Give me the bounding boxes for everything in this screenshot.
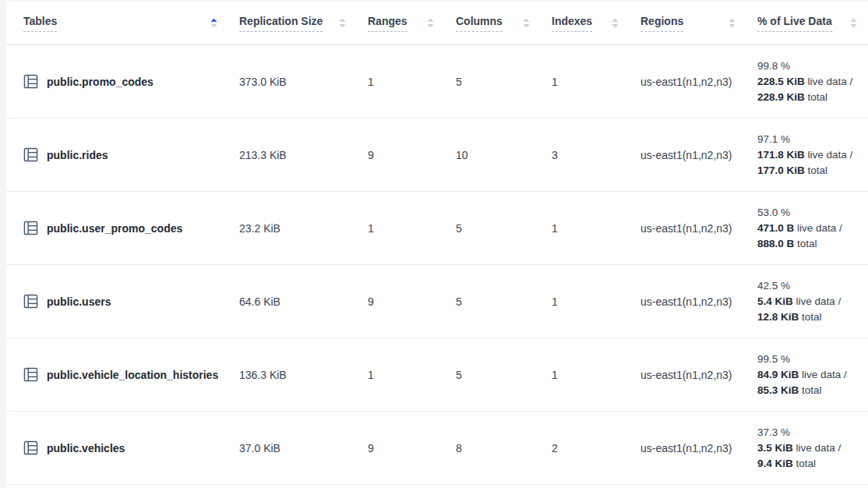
table-name[interactable]: public.promo_codes [47, 76, 153, 88]
indexes-cell: 1 [541, 338, 630, 412]
tables-list-panel: Tables Replication Size Ranges [6, 2, 868, 488]
table-grid-icon [23, 221, 38, 235]
table-grid-icon [23, 367, 38, 382]
indexes-cell: 3 [541, 118, 630, 192]
replication-size-cell: 373.0 KiB [228, 45, 357, 118]
total-data-line: 888.0 B total [757, 236, 857, 252]
columns-cell: 5 [445, 265, 541, 338]
table-header-row: Tables Replication Size Ranges [6, 2, 868, 45]
table-row[interactable]: public.rides 213.3 KiB 9 10 3 us-east1(n… [6, 118, 868, 192]
sort-arrows-icon[interactable] [850, 18, 857, 28]
column-header-replication-size[interactable]: Replication Size [228, 2, 357, 45]
regions-cell: us-east1(n1,n2,n3) [630, 265, 746, 338]
live-percent: 42.5 % [757, 278, 857, 294]
indexes-cell: 1 [541, 192, 630, 265]
ranges-cell: 1 [357, 45, 445, 118]
replication-size-cell: 64.6 KiB [228, 265, 357, 338]
column-header-label: Replication Size [239, 15, 323, 32]
column-header-tables[interactable]: Tables [6, 2, 228, 45]
table-name-cell[interactable]: public.vehicle_location_histories [6, 338, 228, 412]
live-percent: 37.3 % [757, 425, 857, 440]
sort-arrows-icon[interactable] [523, 18, 530, 28]
live-data-cell: 99.8 % 228.5 KiB live data / 228.9 KiB t… [746, 45, 868, 118]
table-row[interactable]: public.promo_codes 373.0 KiB 1 5 1 us-ea… [6, 45, 868, 118]
table-row[interactable]: public.users 64.6 KiB 9 5 1 us-east1(n1,… [6, 265, 868, 338]
table-row[interactable]: public.vehicle_location_histories 136.3 … [6, 338, 868, 412]
table-name-cell[interactable]: public.promo_codes [6, 45, 228, 118]
total-data-line: 9.4 KiB total [757, 456, 857, 472]
replication-size-cell: 213.3 KiB [228, 118, 357, 192]
total-data-line: 12.8 KiB total [757, 309, 857, 325]
columns-cell: 5 [445, 338, 541, 412]
ranges-cell: 9 [357, 265, 445, 338]
table-name[interactable]: public.users [47, 295, 111, 308]
replication-size-cell: 23.2 KiB [228, 192, 357, 265]
table-grid-icon [23, 147, 38, 162]
table-name-cell[interactable]: public.vehicles [6, 412, 228, 485]
ranges-cell: 1 [357, 192, 445, 265]
live-percent: 99.5 % [757, 352, 857, 367]
columns-cell: 5 [445, 192, 541, 265]
live-percent: 99.8 % [757, 58, 857, 74]
column-header-label: Tables [23, 15, 57, 32]
live-data-line: 3.5 KiB live data / [757, 440, 857, 456]
column-header-label: Ranges [368, 15, 408, 32]
table-row[interactable]: public.user_promo_codes 23.2 KiB 1 5 1 u… [6, 192, 868, 265]
columns-cell: 8 [445, 412, 541, 485]
live-data-line: 84.9 KiB live data / [757, 367, 857, 383]
total-data-line: 228.9 KiB total [757, 90, 857, 105]
indexes-cell: 1 [541, 265, 630, 338]
live-data-line: 171.8 KiB live data / [757, 147, 857, 163]
replication-size-cell: 37.0 KiB [228, 412, 357, 485]
live-data-cell: 53.0 % 471.0 B live data / 888.0 B total [746, 192, 868, 265]
regions-cell: us-east1(n1,n2,n3) [630, 45, 746, 118]
regions-cell: us-east1(n1,n2,n3) [630, 118, 746, 192]
table-grid-icon [23, 294, 38, 309]
column-header-regions[interactable]: Regions [630, 2, 746, 45]
table-name-cell[interactable]: public.rides [6, 118, 228, 192]
regions-cell: us-east1(n1,n2,n3) [630, 192, 746, 265]
live-data-line: 228.5 KiB live data / [757, 74, 857, 90]
regions-cell: us-east1(n1,n2,n3) [630, 338, 746, 412]
column-header-label: Regions [640, 15, 683, 32]
tables-table: Tables Replication Size Ranges [6, 2, 868, 485]
column-header-label: % of Live Data [757, 15, 832, 32]
column-header-indexes[interactable]: Indexes [541, 2, 630, 45]
sort-arrows-icon[interactable] [729, 18, 736, 28]
table-name-cell[interactable]: public.users [6, 265, 228, 338]
indexes-cell: 2 [541, 412, 630, 485]
regions-cell: us-east1(n1,n2,n3) [630, 412, 746, 485]
column-header-live-data[interactable]: % of Live Data [746, 2, 868, 45]
table-name[interactable]: public.vehicles [47, 442, 125, 454]
live-data-cell: 37.3 % 3.5 KiB live data / 9.4 KiB total [746, 412, 868, 485]
live-percent: 53.0 % [757, 205, 857, 221]
table-grid-icon [23, 74, 38, 89]
sort-arrows-icon[interactable] [427, 18, 434, 28]
column-header-columns[interactable]: Columns [445, 2, 541, 45]
table-grid-icon [23, 440, 38, 455]
column-header-label: Indexes [552, 15, 592, 32]
sort-arrows-icon[interactable] [210, 18, 217, 28]
replication-size-cell: 136.3 KiB [228, 338, 357, 412]
live-data-cell: 99.5 % 84.9 KiB live data / 85.3 KiB tot… [746, 338, 868, 412]
total-data-line: 177.0 KiB total [757, 163, 857, 179]
total-data-line: 85.3 KiB total [757, 383, 857, 398]
live-percent: 97.1 % [757, 132, 857, 147]
live-data-cell: 42.5 % 5.4 KiB live data / 12.8 KiB tota… [746, 265, 868, 338]
columns-cell: 5 [445, 45, 541, 118]
sort-arrows-icon[interactable] [339, 18, 346, 28]
table-name[interactable]: public.vehicle_location_histories [47, 369, 218, 381]
ranges-cell: 1 [357, 338, 445, 412]
sort-arrows-icon[interactable] [612, 18, 619, 28]
ranges-cell: 9 [357, 412, 445, 485]
live-data-cell: 97.1 % 171.8 KiB live data / 177.0 KiB t… [746, 118, 868, 192]
columns-cell: 10 [445, 118, 541, 192]
table-row[interactable]: public.vehicles 37.0 KiB 9 8 2 us-east1(… [6, 412, 868, 485]
table-name[interactable]: public.user_promo_codes [47, 222, 182, 235]
column-header-label: Columns [456, 15, 503, 32]
column-header-ranges[interactable]: Ranges [357, 2, 445, 45]
table-name[interactable]: public.rides [47, 149, 108, 161]
live-data-line: 5.4 KiB live data / [757, 294, 857, 309]
ranges-cell: 9 [357, 118, 445, 192]
table-name-cell[interactable]: public.user_promo_codes [6, 192, 228, 265]
